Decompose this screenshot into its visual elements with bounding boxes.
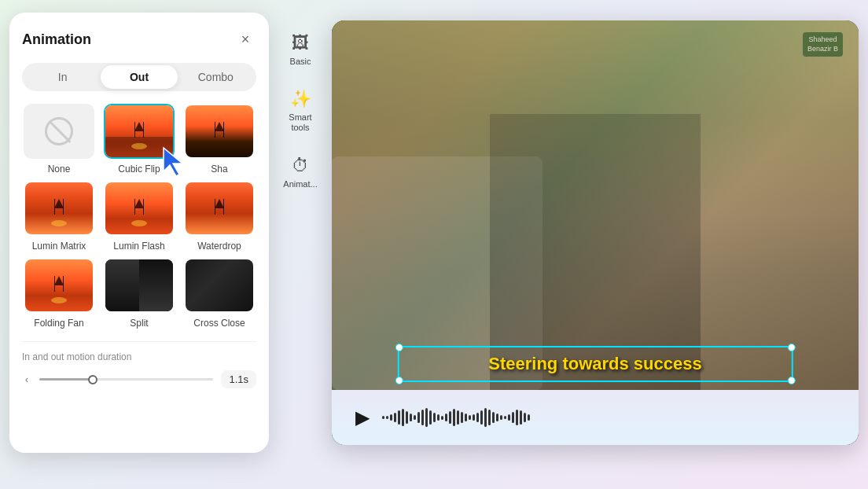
boat-ff: [54, 276, 64, 292]
wave-bar: [504, 416, 506, 419]
reflection: [131, 143, 147, 149]
sidebar-label-animation: Animat...: [283, 179, 317, 189]
wave-bar: [453, 409, 455, 426]
anim-thumb-cubic-flip: [104, 104, 175, 159]
tabs-container: In Out Combo: [22, 63, 256, 91]
wave-bar: [414, 415, 416, 420]
anim-label-cubic-flip: Cubic Flip: [118, 164, 160, 175]
text-overlay-container: Steering towards success: [398, 346, 793, 382]
handle-bl[interactable]: [395, 377, 403, 384]
boat-wd: [215, 199, 224, 215]
wave-bar: [386, 416, 388, 419]
sidebar-item-animation[interactable]: ⏱ Animat...: [273, 148, 328, 197]
wave-bar: [402, 409, 404, 426]
main-container: Animation × In Out Combo None: [9, 13, 859, 476]
split-right: [139, 259, 173, 311]
wave-bar: [417, 412, 420, 423]
duration-slider-row: ‹ 1.1s: [22, 370, 256, 388]
anim-thumb-lumin-flash: [104, 181, 175, 236]
subtitle-text[interactable]: Steering towards success: [412, 354, 779, 374]
video-area: Shaheed Benazir B Steering towards succe…: [332, 20, 859, 445]
right-sidebar: 🖼 Basic ✨ Smart tools ⏱ Animat...: [269, 13, 332, 210]
wave-bar: [382, 416, 384, 419]
anim-label-lumin-matrix: Lumin Matrix: [32, 241, 86, 252]
wave-bar: [425, 408, 428, 427]
wave-bar: [508, 414, 510, 421]
anim-item-lumin-matrix[interactable]: Lumin Matrix: [22, 181, 96, 252]
wave-bar: [473, 414, 475, 421]
sidebar-item-basic[interactable]: 🖼 Basic: [273, 25, 328, 75]
slider-fill: [39, 378, 91, 381]
wave-bar: [469, 415, 471, 420]
wave-bar: [410, 414, 412, 421]
anim-thumb-split: [104, 258, 175, 313]
text-selection-box: Steering towards success: [398, 346, 793, 382]
anim-label-split: Split: [130, 318, 148, 329]
smart-tools-icon: ✨: [290, 89, 311, 109]
boat-lf: [134, 199, 144, 215]
anim-label-waterdrop: Waterdrop: [197, 241, 241, 252]
anim-label-sha: Sha: [211, 164, 227, 175]
boat-icon: [134, 122, 144, 138]
basic-icon: 🖼: [292, 33, 309, 53]
anim-item-cubic-flip[interactable]: Cubic Flip: [102, 104, 176, 175]
wave-bar: [520, 410, 522, 425]
wave-bar: [390, 414, 392, 421]
wave-bar: [476, 413, 479, 422]
anim-item-lumin-flash[interactable]: Lumin Flash: [102, 181, 176, 252]
anim-label-folding-fan: Folding Fan: [34, 318, 83, 329]
reflection-lf: [131, 220, 147, 226]
animation-panel: Animation × In Out Combo None: [9, 13, 269, 453]
close-button[interactable]: ×: [234, 28, 256, 50]
animation-icon: ⏱: [292, 156, 309, 176]
wave-bar: [500, 415, 502, 420]
slider-left-arrow[interactable]: ‹: [22, 371, 31, 388]
handle-tl[interactable]: [395, 344, 403, 351]
panel-header: Animation ×: [22, 28, 256, 50]
boat-lm: [54, 199, 64, 215]
anim-thumb-cross-close: [184, 258, 255, 313]
tab-combo[interactable]: Combo: [178, 65, 254, 89]
video-controls: ▶: [332, 390, 859, 445]
sidebar-item-smart-tools[interactable]: ✨ Smart tools: [273, 81, 328, 141]
waveform: [382, 402, 835, 433]
panel-title: Animation: [22, 31, 91, 48]
anim-item-sha[interactable]: Sha: [182, 104, 256, 175]
duration-label: In and out motion duration: [22, 351, 256, 362]
wave-bar: [398, 410, 400, 425]
wave-bar: [421, 410, 424, 425]
tab-in[interactable]: In: [24, 65, 101, 89]
anim-item-waterdrop[interactable]: Waterdrop: [182, 181, 256, 252]
wave-bar: [441, 416, 443, 420]
sidebar-label-basic: Basic: [290, 57, 311, 67]
anim-item-none[interactable]: None: [22, 104, 96, 175]
anim-item-split[interactable]: Split: [102, 258, 176, 329]
slider-track[interactable]: [39, 378, 213, 381]
wave-bar: [449, 411, 451, 424]
anim-thumb-folding-fan: [24, 258, 94, 313]
anim-thumb-sha: [184, 104, 255, 159]
anim-label-none: None: [48, 164, 71, 175]
wave-bar: [480, 410, 483, 425]
anim-item-folding-fan[interactable]: Folding Fan: [22, 258, 96, 329]
anim-label-lumin-flash: Lumin Flash: [113, 241, 164, 252]
wave-bar: [437, 414, 440, 421]
duration-section: In and out motion duration ‹ 1.1s: [22, 341, 256, 388]
tab-out[interactable]: Out: [101, 65, 177, 89]
handle-br[interactable]: [787, 377, 795, 384]
anim-thumb-none: [24, 104, 94, 159]
play-button[interactable]: ▶: [355, 406, 370, 428]
wave-bar: [406, 411, 408, 424]
wave-bar: [488, 410, 491, 425]
wave-bar: [484, 408, 487, 427]
boat-sha: [215, 122, 224, 138]
wave-bar: [433, 413, 436, 422]
anim-item-cross-close[interactable]: Cross Close: [182, 258, 256, 329]
wave-bar: [524, 413, 526, 422]
wave-bar: [516, 410, 518, 425]
anim-thumb-waterdrop: [184, 181, 255, 236]
slider-thumb[interactable]: [88, 375, 97, 384]
wave-bar: [528, 414, 530, 421]
handle-tr[interactable]: [787, 344, 795, 351]
wave-bar: [512, 412, 514, 423]
